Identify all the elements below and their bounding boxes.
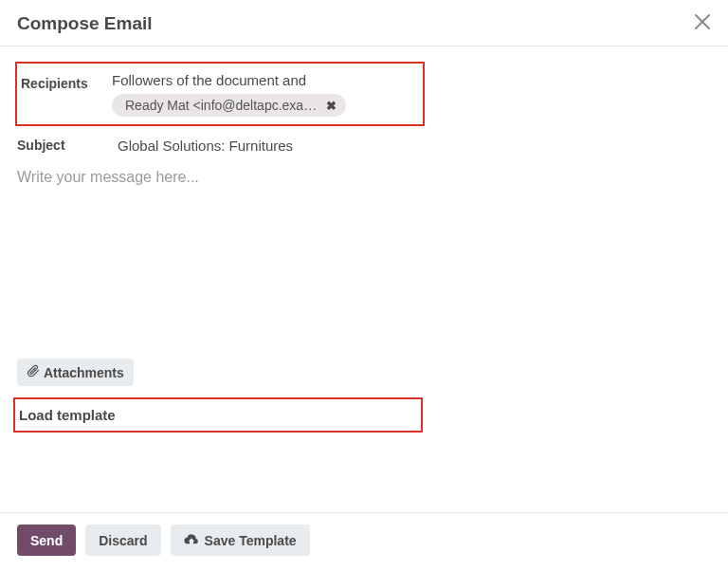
save-template-label: Save Template	[205, 533, 297, 548]
discard-button[interactable]: Discard	[85, 525, 160, 556]
close-icon[interactable]	[694, 13, 711, 34]
cloud-upload-icon	[184, 532, 199, 548]
dialog-header: Compose Email	[0, 0, 728, 46]
paperclip-icon	[27, 364, 40, 380]
send-label: Send	[30, 533, 63, 548]
recipients-label: Recipients	[19, 72, 112, 91]
dialog-footer: Send Discard Save Template	[0, 512, 728, 567]
message-editor[interactable]: Write your message here...	[17, 169, 711, 340]
subject-input[interactable]: Global Solutions: Furnitures	[110, 134, 293, 154]
recipient-tag-text: Ready Mat <info@deltapc.exa…	[125, 98, 317, 113]
save-template-button[interactable]: Save Template	[171, 525, 310, 556]
subject-label: Subject	[17, 134, 110, 153]
attachments-button[interactable]: Attachments	[17, 359, 134, 386]
dialog-title: Compose Email	[17, 13, 153, 34]
load-template-label: Load template	[19, 407, 116, 423]
subject-row: Subject Global Solutions: Furnitures	[17, 134, 711, 154]
send-button[interactable]: Send	[17, 525, 76, 556]
load-template-highlight-box[interactable]: Load template	[13, 397, 423, 433]
compose-email-dialog: Compose Email Recipients Followers of th…	[0, 0, 728, 571]
recipients-field[interactable]: Followers of the document and Ready Mat …	[112, 72, 421, 117]
recipient-tag[interactable]: Ready Mat <info@deltapc.exa… ✖	[112, 94, 346, 117]
dialog-body: Recipients Followers of the document and…	[0, 46, 728, 433]
recipients-highlight-box: Recipients Followers of the document and…	[15, 62, 425, 126]
attachments-label: Attachments	[44, 365, 124, 380]
discard-label: Discard	[99, 533, 147, 548]
recipients-intro-text: Followers of the document and	[112, 72, 421, 88]
remove-icon[interactable]: ✖	[326, 99, 337, 113]
